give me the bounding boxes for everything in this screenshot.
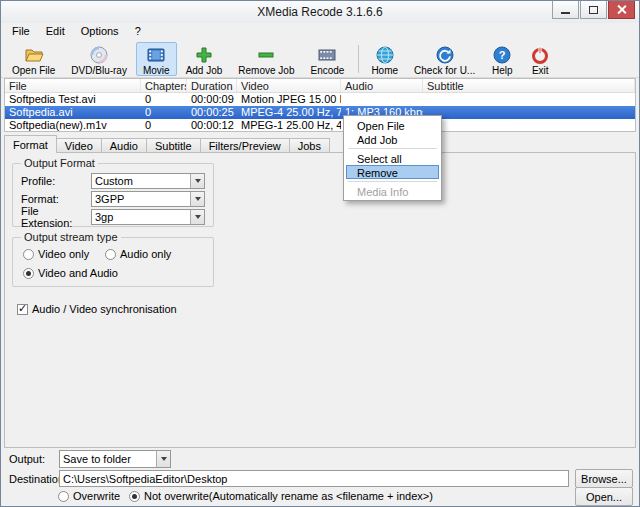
- open-button[interactable]: Open...: [575, 487, 633, 506]
- chevron-down-icon: [190, 192, 204, 206]
- cell-duration: 00:00:12: [187, 119, 237, 132]
- context-menu-add-job[interactable]: Add Job: [346, 132, 439, 146]
- context-menu-select-all[interactable]: Select all: [346, 151, 439, 165]
- av-sync-checkbox[interactable]: Audio / Video synchronisation: [17, 303, 177, 315]
- minimize-button[interactable]: [552, 1, 579, 19]
- file-extension-label: File Extension:: [21, 205, 91, 229]
- profile-label: Profile:: [21, 175, 91, 187]
- minus-icon: [255, 45, 277, 65]
- output-format-group: Output Format Profile: Custom Format: 3G…: [12, 163, 214, 227]
- power-icon: [529, 45, 551, 65]
- cell-chapters: 0: [141, 119, 187, 132]
- cell-video: Motion JPEG 15.00 Hz, 32...: [237, 93, 341, 106]
- column-header-duration[interactable]: Duration: [187, 79, 237, 92]
- radio-video-and-audio[interactable]: Video and Audio: [23, 267, 118, 279]
- close-button[interactable]: [608, 1, 635, 19]
- menubar: File Edit Options ?: [1, 23, 639, 41]
- context-menu-open-file[interactable]: Open File: [346, 118, 439, 132]
- titlebar[interactable]: XMedia Recode 3.1.6.6: [1, 1, 639, 23]
- toolbar-button-label: Home: [371, 65, 398, 76]
- file-row[interactable]: Softpedia Test.avi 0 00:00:09 Motion JPE…: [5, 93, 635, 106]
- group-title: Output Format: [21, 157, 98, 169]
- movie-button[interactable]: Movie: [136, 42, 177, 76]
- toolbar-button-label: Movie: [143, 65, 170, 76]
- toolbar-button-label: Open File: [12, 65, 55, 76]
- file-row-selected[interactable]: Softpedia.avi 0 00:00:25 MPEG-4 25.00 Hz…: [5, 106, 635, 119]
- encode-button[interactable]: Encode: [303, 42, 351, 76]
- format-tab-panel: Output Format Profile: Custom Format: 3G…: [4, 152, 636, 448]
- tab-strip: Format Video Audio Subtitle Filters/Prev…: [4, 135, 330, 153]
- file-extension-select[interactable]: 3gp: [91, 209, 205, 225]
- tab-jobs[interactable]: Jobs: [289, 138, 330, 153]
- toolbar-separator: [358, 45, 359, 73]
- film-icon: [145, 45, 167, 65]
- maximize-button[interactable]: [580, 1, 607, 19]
- output-mode-select[interactable]: Save to folder: [59, 450, 171, 468]
- app-window: XMedia Recode 3.1.6.6 File Edit Options …: [0, 0, 640, 507]
- radio-not-overwrite[interactable]: Not overwrite(Automatically rename as <f…: [129, 490, 433, 502]
- tab-video[interactable]: Video: [56, 138, 102, 153]
- folder-open-icon: [23, 45, 45, 65]
- exit-button[interactable]: Exit: [522, 42, 558, 76]
- radio-icon: [105, 249, 116, 260]
- dvd-bluray-button[interactable]: DVD/Blu-ray: [64, 42, 134, 76]
- home-button[interactable]: Home: [364, 42, 405, 76]
- profile-select[interactable]: Custom: [91, 173, 205, 189]
- destination-input[interactable]: [59, 470, 569, 487]
- open-file-button[interactable]: Open File: [5, 42, 62, 76]
- tab-audio[interactable]: Audio: [101, 138, 147, 153]
- cell-file: Softpedia.avi: [5, 106, 141, 119]
- chevron-down-icon: [156, 451, 170, 467]
- cell-duration: 00:00:09: [187, 93, 237, 106]
- check-updates-button[interactable]: Check for U...: [407, 42, 482, 76]
- toolbar-button-label: Add Job: [186, 65, 223, 76]
- radio-overwrite[interactable]: Overwrite: [58, 490, 120, 502]
- menu-edit[interactable]: Edit: [38, 23, 73, 41]
- cell-video: MPEG-4 25.00 Hz, 704 x 3...: [237, 106, 341, 119]
- add-job-button[interactable]: Add Job: [179, 42, 230, 76]
- context-menu: Open File Add Job Select all Remove Medi…: [343, 115, 442, 201]
- chevron-down-icon: [190, 174, 204, 188]
- radio-icon: [23, 249, 34, 260]
- radio-icon: [23, 268, 34, 279]
- cell-file: Softpedia Test.avi: [5, 93, 141, 106]
- toolbar-button-label: Help: [492, 65, 513, 76]
- tab-filters-preview[interactable]: Filters/Preview: [200, 138, 290, 153]
- file-row[interactable]: Softpedia(new).m1v 0 00:00:12 MPEG-1 25.…: [5, 119, 635, 132]
- output-section: Output: Save to folder Destination: Brow…: [1, 448, 639, 506]
- radio-audio-only[interactable]: Audio only: [105, 248, 171, 260]
- cell-chapters: 0: [141, 93, 187, 106]
- context-menu-remove[interactable]: Remove: [346, 165, 439, 179]
- column-header-subtitle[interactable]: Subtitle: [423, 79, 635, 92]
- browse-button[interactable]: Browse...: [575, 469, 633, 488]
- column-header-video[interactable]: Video: [237, 79, 341, 92]
- help-button[interactable]: ? Help: [484, 42, 520, 76]
- radio-icon: [58, 491, 69, 502]
- column-header-file[interactable]: File: [5, 79, 141, 92]
- menu-options[interactable]: Options: [73, 23, 127, 41]
- group-title: Output stream type: [21, 231, 121, 243]
- remove-job-button[interactable]: Remove Job: [231, 42, 301, 76]
- cell-subtitle: [423, 119, 635, 132]
- column-header-audio[interactable]: Audio: [341, 79, 423, 92]
- column-header-chapters[interactable]: Chapters: [141, 79, 187, 92]
- toolbar-button-label: Encode: [310, 65, 344, 76]
- tab-subtitle[interactable]: Subtitle: [146, 138, 201, 153]
- radio-video-only[interactable]: Video only: [23, 248, 89, 260]
- checkbox-icon: [17, 304, 28, 315]
- radio-icon: [129, 491, 140, 502]
- output-stream-type-group: Output stream type Video only Audio only…: [12, 237, 214, 287]
- cell-chapters: 0: [141, 106, 187, 119]
- toolbar-button-label: DVD/Blu-ray: [71, 65, 127, 76]
- menu-separator: [348, 181, 437, 182]
- window-controls: [552, 1, 635, 19]
- filmstrip-icon: [316, 45, 338, 65]
- tab-format[interactable]: Format: [4, 135, 57, 153]
- update-icon: [434, 45, 456, 65]
- menu-separator: [348, 148, 437, 149]
- menu-file[interactable]: File: [4, 23, 38, 41]
- cell-video: MPEG-1 25.00 Hz, 480 x 5...: [237, 119, 341, 132]
- menu-help[interactable]: ?: [127, 23, 149, 41]
- context-menu-media-info[interactable]: Media Info: [346, 184, 439, 198]
- format-select[interactable]: 3GPP: [91, 191, 205, 207]
